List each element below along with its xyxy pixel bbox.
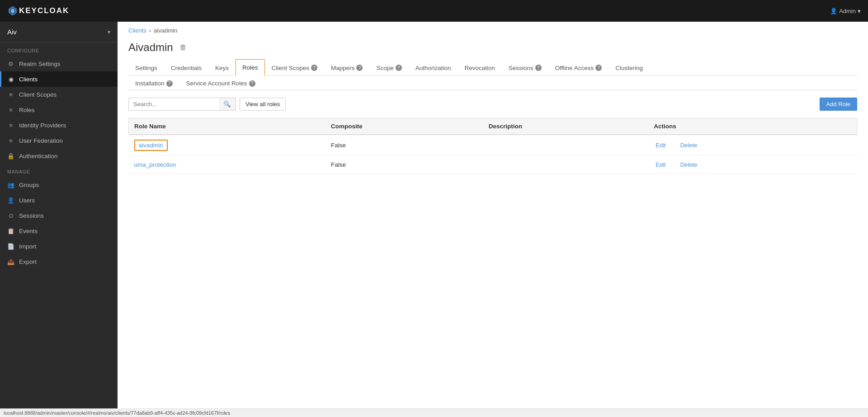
tabs-row1: Settings Credentials Keys Roles Client S… bbox=[128, 59, 857, 76]
delete-aivadmin-button[interactable]: Delete bbox=[679, 141, 699, 150]
sidebar-item-sessions[interactable]: ⊙ Sessions bbox=[0, 208, 118, 223]
sidebar-item-export[interactable]: 📤 Export bbox=[0, 254, 118, 269]
role-actions-cell: Edit Delete bbox=[648, 156, 857, 174]
sidebar-item-roles[interactable]: ≡ Roles bbox=[0, 102, 118, 117]
roles-table: Role Name Composite Description Actions … bbox=[128, 118, 857, 174]
sidebar-item-user-federation[interactable]: ≡ User Federation bbox=[0, 133, 118, 148]
scope-help-icon[interactable]: ? bbox=[396, 65, 402, 71]
tab-sessions[interactable]: Sessions ? bbox=[502, 59, 548, 76]
breadcrumb-clients-link[interactable]: Clients bbox=[128, 27, 146, 34]
role-description-cell bbox=[483, 156, 649, 174]
identity-providers-icon: ≡ bbox=[7, 122, 14, 129]
role-description-cell bbox=[483, 135, 649, 156]
offline-access-help-icon[interactable]: ? bbox=[595, 65, 602, 71]
sidebar-item-label: User Federation bbox=[19, 137, 63, 144]
edit-aivadmin-button[interactable]: Edit bbox=[654, 141, 667, 150]
sidebar-item-label: Import bbox=[19, 243, 36, 250]
top-navigation: KEYCLOAK 👤 Admin ▾ bbox=[0, 0, 868, 22]
events-icon: 📋 bbox=[7, 227, 14, 234]
logo: KEYCLOAK bbox=[7, 5, 69, 16]
tab-roles[interactable]: Roles bbox=[236, 59, 265, 76]
tab-offline-access[interactable]: Offline Access ? bbox=[548, 59, 609, 76]
view-all-roles-button[interactable]: View all roles bbox=[240, 98, 286, 111]
sidebar-item-clients[interactable]: ◉ Clients bbox=[0, 71, 118, 87]
service-account-help-icon[interactable]: ? bbox=[249, 80, 255, 87]
sidebar-item-realm-settings[interactable]: ⚙ Realm Settings bbox=[0, 56, 118, 71]
col-header-composite: Composite bbox=[326, 118, 483, 135]
tab-installation[interactable]: Installation ? bbox=[128, 76, 179, 90]
breadcrumb-separator: › bbox=[149, 27, 151, 34]
users-icon: 👤 bbox=[7, 197, 14, 204]
tab-credentials[interactable]: Credentials bbox=[164, 59, 208, 76]
sidebar-item-label: Users bbox=[19, 197, 35, 204]
sidebar-item-users[interactable]: 👤 Users bbox=[0, 192, 118, 208]
tab-revocation[interactable]: Revocation bbox=[458, 59, 502, 76]
authentication-icon: 🔒 bbox=[7, 152, 14, 159]
role-name-cell: uma_protection bbox=[129, 156, 326, 174]
sidebar-item-identity-providers[interactable]: ≡ Identity Providers bbox=[0, 117, 118, 133]
role-actions-cell: Edit Delete bbox=[648, 135, 857, 156]
roles-table-wrapper: Role Name Composite Description Actions … bbox=[118, 118, 868, 174]
table-header-row: Role Name Composite Description Actions bbox=[129, 118, 857, 135]
configure-section-label: Configure bbox=[0, 42, 118, 56]
col-header-actions: Actions bbox=[648, 118, 857, 135]
page-title: Aivadmin bbox=[128, 41, 173, 54]
user-chevron-icon: ▾ bbox=[858, 8, 861, 14]
delete-client-button[interactable]: 🗑 bbox=[178, 42, 189, 53]
role-aivadmin-link[interactable]: aivadmin bbox=[139, 142, 163, 149]
sidebar-item-client-scopes[interactable]: ≡ Client Scopes bbox=[0, 87, 118, 102]
search-wrapper: 🔍 bbox=[128, 98, 236, 111]
tab-keys[interactable]: Keys bbox=[208, 59, 236, 76]
sidebar-item-import[interactable]: 📄 Import bbox=[0, 239, 118, 254]
realm-chevron-icon: ▾ bbox=[108, 29, 110, 35]
main-content: Clients › aivadmin Aivadmin 🗑 Settings C… bbox=[118, 22, 868, 408]
tab-service-account-roles[interactable]: Service Account Roles ? bbox=[179, 76, 262, 90]
add-role-button[interactable]: Add Role bbox=[820, 98, 857, 111]
tab-clustering[interactable]: Clustering bbox=[609, 59, 650, 76]
roles-toolbar: 🔍 View all roles Add Role bbox=[118, 90, 868, 118]
realm-name: Aiv bbox=[7, 28, 17, 36]
sidebar-item-label: Sessions bbox=[19, 212, 44, 219]
sidebar-item-authentication[interactable]: 🔒 Authentication bbox=[0, 148, 118, 164]
groups-icon: 👥 bbox=[7, 181, 14, 188]
delete-uma-button[interactable]: Delete bbox=[679, 160, 699, 169]
sidebar: Aiv ▾ Configure ⚙ Realm Settings ◉ Clien… bbox=[0, 22, 118, 408]
edit-uma-button[interactable]: Edit bbox=[654, 160, 667, 169]
roles-icon: ≡ bbox=[7, 106, 14, 113]
search-button[interactable]: 🔍 bbox=[219, 98, 236, 111]
breadcrumb: Clients › aivadmin bbox=[118, 22, 868, 34]
sidebar-item-label: Identity Providers bbox=[19, 122, 66, 129]
sidebar-item-label: Roles bbox=[19, 107, 35, 113]
client-scopes-help-icon[interactable]: ? bbox=[311, 65, 317, 71]
sessions-help-icon[interactable]: ? bbox=[535, 65, 542, 71]
sidebar-item-groups[interactable]: 👥 Groups bbox=[0, 177, 118, 192]
tab-scope[interactable]: Scope ? bbox=[369, 59, 408, 76]
realm-selector[interactable]: Aiv ▾ bbox=[0, 22, 118, 42]
keycloak-logo-icon bbox=[7, 5, 18, 16]
status-url: localhost:8888/admin/master/console/#/re… bbox=[4, 410, 230, 416]
search-input[interactable] bbox=[128, 98, 219, 111]
sidebar-item-label: Clients bbox=[19, 76, 38, 83]
tab-authorization[interactable]: Authorization bbox=[409, 59, 458, 76]
sidebar-item-events[interactable]: 📋 Events bbox=[0, 223, 118, 239]
role-uma-protection-link[interactable]: uma_protection bbox=[134, 161, 176, 168]
realm-settings-icon: ⚙ bbox=[7, 60, 14, 67]
tab-mappers[interactable]: Mappers ? bbox=[324, 59, 370, 76]
tab-client-scopes[interactable]: Client Scopes ? bbox=[265, 59, 324, 76]
clients-icon: ◉ bbox=[7, 75, 14, 83]
mappers-help-icon[interactable]: ? bbox=[356, 65, 363, 71]
sidebar-item-label: Events bbox=[19, 228, 38, 234]
import-icon: 📄 bbox=[7, 243, 14, 250]
logo-text: KEYCLOAK bbox=[19, 6, 69, 15]
installation-help-icon[interactable]: ? bbox=[166, 80, 173, 87]
page-header: Aivadmin 🗑 bbox=[118, 34, 868, 54]
user-menu[interactable]: 👤 Admin ▾ bbox=[830, 8, 861, 14]
main-layout: Aiv ▾ Configure ⚙ Realm Settings ◉ Clien… bbox=[0, 22, 868, 408]
tab-settings[interactable]: Settings bbox=[128, 59, 164, 76]
client-scopes-icon: ≡ bbox=[7, 91, 14, 98]
role-name-cell: aivadmin bbox=[129, 135, 326, 156]
role-composite-cell: False bbox=[326, 135, 483, 156]
sidebar-item-label: Client Scopes bbox=[19, 91, 57, 98]
sidebar-item-label: Export bbox=[19, 258, 37, 265]
sidebar-item-label: Groups bbox=[19, 182, 39, 188]
